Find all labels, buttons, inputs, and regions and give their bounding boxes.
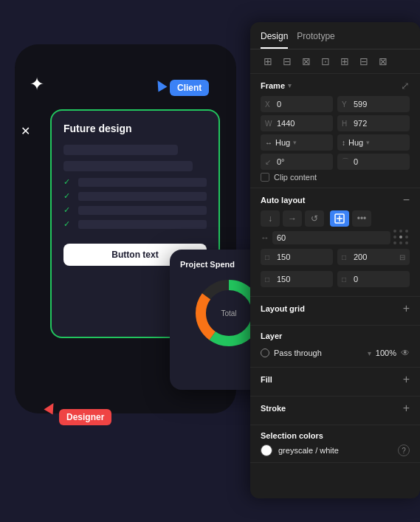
- tab-prototype[interactable]: Prototype: [297, 31, 334, 49]
- fill-plus-icon[interactable]: +: [403, 374, 410, 385]
- al-dot-9: [405, 241, 408, 244]
- hug-y-chevron: ▾: [366, 139, 370, 146]
- color-swatch-white[interactable]: [261, 444, 272, 456]
- padding-bottom-value: 150: [277, 275, 290, 284]
- frame-hug-row: ↔ Hug ▾ ↕ Hug ▾: [261, 134, 410, 151]
- al-down-btn[interactable]: ↓: [261, 210, 280, 227]
- al-alignment-grid[interactable]: [393, 230, 410, 246]
- y-field[interactable]: Y 599: [337, 96, 410, 112]
- al-padding-bottom-field[interactable]: □ 150: [261, 271, 333, 287]
- al-dot-5: [399, 236, 402, 238]
- check-icon-2: ✓: [63, 191, 74, 201]
- padding-bottom-icon: □: [265, 275, 274, 284]
- al-more-btn[interactable]: •••: [352, 210, 371, 227]
- color-help-icon[interactable]: ?: [398, 444, 410, 456]
- frame-section: Frame ▾ ⤢ X 0 Y 599 W 1440 H 9: [250, 74, 420, 188]
- selection-colors-section: Selection colors greyscale / white ?: [250, 425, 420, 463]
- padding-right-value: 200: [354, 253, 367, 261]
- al-right-btn[interactable]: →: [283, 210, 302, 227]
- hug-y-field[interactable]: ↕ Hug ▾: [337, 134, 410, 151]
- layer-section-header: Layer: [261, 332, 410, 340]
- stroke-plus-icon[interactable]: +: [403, 402, 410, 414]
- selection-colors-header: Selection colors: [261, 431, 410, 440]
- layout-grid-plus-icon[interactable]: +: [403, 303, 410, 315]
- layout-grid-section: Layout grid +: [250, 297, 420, 326]
- layout-grid-header: Layout grid +: [261, 303, 410, 315]
- corner-icon: ⌒: [342, 157, 351, 167]
- auto-layout-header: Auto layout −: [261, 194, 410, 206]
- distribute-icon[interactable]: ⊠: [376, 55, 390, 67]
- padding-top-value: 150: [277, 253, 290, 261]
- w-label: W: [265, 120, 274, 128]
- check-icon-3: ✓: [63, 205, 74, 215]
- layer-row: Pass through ▾ 100% 👁: [261, 345, 410, 361]
- layout-grid-title: Layout grid: [261, 304, 305, 313]
- w-field[interactable]: W 1440: [261, 115, 333, 131]
- auto-layout-section: Auto layout − ↓ → ↺ ••• ↔: [250, 188, 420, 297]
- align-top-icon[interactable]: ⊡: [318, 55, 333, 67]
- align-left-icon[interactable]: ⊞: [261, 55, 275, 67]
- al-padding-right-field[interactable]: □ 200 ⊟: [337, 249, 410, 265]
- fd-check-row-1: ✓: [63, 177, 207, 187]
- hug-x-chevron: ▾: [293, 139, 297, 146]
- al-wrap-btn[interactable]: ↺: [305, 210, 324, 227]
- al-direction-row: ↓ → ↺ •••: [261, 210, 410, 227]
- hug-y-icon: ↕: [342, 139, 345, 147]
- al-dot-4: [393, 236, 396, 238]
- stroke-section-title: Stroke: [261, 404, 286, 413]
- al-dot-3: [405, 230, 408, 233]
- frame-section-header: Frame ▾ ⤢: [261, 80, 410, 92]
- stroke-section: Stroke +: [250, 396, 420, 425]
- corner-value: 0: [354, 157, 358, 166]
- corner-field[interactable]: ⌒ 0: [337, 154, 410, 170]
- sparkle-icon-1: ✦: [30, 74, 44, 95]
- al-gap-row: ↔ 60: [261, 230, 410, 246]
- fill-section: Fill +: [250, 368, 420, 396]
- align-middle-icon[interactable]: ⊞: [337, 55, 352, 67]
- clip-checkbox[interactable]: [261, 173, 269, 182]
- auto-layout-minus-icon[interactable]: −: [403, 194, 410, 206]
- align-right-icon[interactable]: ⊠: [299, 55, 314, 67]
- h-field[interactable]: H 972: [337, 115, 410, 131]
- future-design-title: Future design: [63, 123, 207, 134]
- al-gap-input[interactable]: 60: [272, 231, 390, 244]
- layer-opacity-value[interactable]: 100%: [376, 348, 396, 357]
- panel-toolbar: ⊞ ⊟ ⊠ ⊡ ⊞ ⊟ ⊠: [250, 49, 420, 74]
- al-dot-2: [399, 230, 402, 233]
- align-bottom-icon[interactable]: ⊟: [357, 55, 371, 67]
- fd-check-bar-3: [78, 206, 207, 215]
- x-value: 0: [277, 100, 281, 109]
- color-name-label: greyscale / white: [278, 446, 392, 455]
- h-value: 972: [354, 119, 367, 128]
- y-value: 599: [354, 100, 367, 109]
- frame-resize-icon[interactable]: ⤢: [401, 80, 410, 92]
- al-dot-6: [405, 236, 408, 238]
- fd-check-row-3: ✓: [63, 205, 207, 215]
- check-icon-4: ✓: [63, 219, 74, 229]
- auto-layout-controls: ↓ → ↺ ••• ↔ 60: [261, 210, 410, 290]
- al-dot-1: [393, 230, 396, 233]
- frame-wh-row: W 1440 H 972: [261, 115, 410, 131]
- al-padding-top-field[interactable]: □ 150: [261, 249, 333, 265]
- al-padding-left-field[interactable]: □ 0: [337, 271, 410, 287]
- rotation-icon: ↙: [265, 158, 274, 166]
- fd-check-bar-4: [78, 220, 207, 229]
- donut-total-label: Total: [221, 309, 236, 317]
- color-row: greyscale / white ?: [261, 444, 410, 456]
- fd-check-bar-1: [78, 178, 207, 187]
- fill-section-title: Fill: [261, 375, 272, 384]
- al-center-btn[interactable]: [330, 210, 349, 227]
- layer-mode-chevron-icon[interactable]: ▾: [368, 349, 371, 357]
- al-padding-row1: □ 150 □ 200 ⊟: [261, 249, 410, 265]
- hug-x-field[interactable]: ↔ Hug ▾: [261, 134, 333, 151]
- rotation-field[interactable]: ↙ 0°: [261, 154, 333, 170]
- auto-layout-title: Auto layout: [261, 196, 306, 205]
- align-center-h-icon[interactable]: ⊟: [280, 55, 295, 67]
- eye-icon[interactable]: 👁: [401, 348, 410, 358]
- x-field[interactable]: X 0: [261, 96, 333, 112]
- fd-check-row-4: ✓: [63, 219, 207, 229]
- tab-design[interactable]: Design: [261, 31, 288, 49]
- check-icon-1: ✓: [63, 177, 74, 187]
- frame-xy-row: X 0 Y 599: [261, 96, 410, 112]
- padding-link-icon: ⊟: [399, 253, 405, 261]
